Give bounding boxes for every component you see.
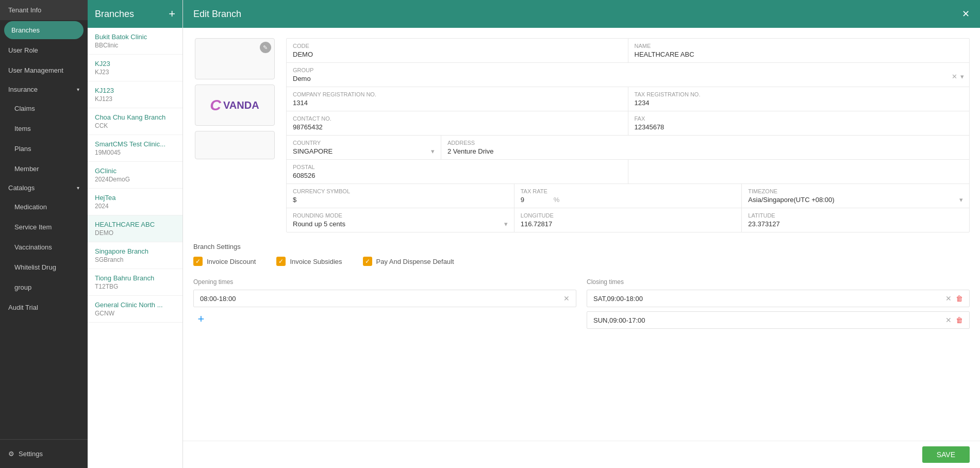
field-code: Code <box>287 39 628 62</box>
fax-input[interactable] <box>635 123 964 131</box>
sidebar-item-catalogs[interactable]: Catalogs ▾ <box>0 179 88 197</box>
closing-time-entry-0: SAT,09:00-18:00 ✕ 🗑 <box>587 290 970 307</box>
logo-upload-box[interactable]: ✎ <box>195 38 275 79</box>
country-value: SINGAPORE <box>293 147 333 155</box>
company-reg-input[interactable] <box>293 99 622 107</box>
branch-settings: Branch Settings ✓ Invoice Discount ✓ Inv… <box>193 243 970 266</box>
sidebar-item-user-management[interactable]: User Management <box>0 60 88 80</box>
code-input[interactable] <box>293 51 622 58</box>
branch-code: CCK <box>95 122 175 129</box>
form-row-code-name: Code Name <box>287 39 969 63</box>
tax-reg-input[interactable] <box>635 99 964 107</box>
sidebar-item-claims[interactable]: Claims <box>0 98 88 119</box>
times-section: Opening times 08:00-18:00 ✕ + Closing ti… <box>193 278 970 333</box>
contact-input[interactable] <box>293 123 622 131</box>
chevron-down-icon[interactable]: ▾ <box>959 196 963 204</box>
sidebar-item-label: group <box>14 283 31 291</box>
sidebar-item-tenant-info[interactable]: Tenant Info <box>0 0 88 20</box>
sidebar-item-label: Audit Trial <box>8 304 38 311</box>
branch-list-item[interactable]: KJ23KJ23 <box>88 55 182 81</box>
group-value: Demo <box>293 75 311 82</box>
field-fax: Fax <box>628 111 970 135</box>
delete-closing-time-0-icon[interactable]: 🗑 <box>956 294 963 303</box>
add-opening-time-button[interactable]: + <box>193 311 209 327</box>
clear-opening-time-icon[interactable]: ✕ <box>563 294 570 303</box>
branch-list-item[interactable]: KJ123KJ123 <box>88 81 182 108</box>
sidebar-item-member[interactable]: Member <box>0 159 88 179</box>
chevron-down-icon[interactable]: ▾ <box>960 73 964 80</box>
sidebar-item-label: Items <box>14 125 31 132</box>
form-row-group: Group Demo ✕ ▾ <box>287 63 969 87</box>
invoice-discount-checkbox[interactable]: ✓ <box>193 257 203 266</box>
setting-invoice-subsidies: ✓ Invoice Subsidies <box>276 257 342 266</box>
group-select-wrapper: Demo ✕ ▾ <box>293 75 963 82</box>
sidebar-item-medication[interactable]: Medication <box>0 197 88 217</box>
field-latitude: Latitude <box>742 208 969 232</box>
invoice-discount-label: Invoice Discount <box>207 258 256 265</box>
branch-code: 2024DemoG <box>95 176 175 183</box>
closing-times-col: Closing times SAT,09:00-18:00 ✕ 🗑 SUN,09… <box>587 278 970 333</box>
longitude-input[interactable] <box>521 220 736 228</box>
country-select-wrapper: SINGAPORE ▾ <box>293 147 435 155</box>
field-postal: POSTAL <box>287 160 628 183</box>
postal-input[interactable] <box>293 172 622 179</box>
logo-image-box[interactable]: C VANDA <box>195 85 275 126</box>
sidebar-item-label: Whitelist Drug <box>14 263 56 271</box>
clear-closing-time-1-icon[interactable]: ✕ <box>945 316 952 324</box>
address-input[interactable] <box>447 147 963 155</box>
sidebar-item-insurance[interactable]: Insurance ▾ <box>0 80 88 98</box>
branch-list-item[interactable]: General Clinic North ...GCNW <box>88 296 182 323</box>
branch-code: 19M0045 <box>95 149 175 156</box>
vanda-text: VANDA <box>223 99 259 111</box>
sidebar-item-plans[interactable]: Plans <box>0 139 88 159</box>
vanda-logo: C VANDA <box>210 96 259 114</box>
branch-list-item[interactable]: Bukit Batok ClinicBBClinic <box>88 28 182 55</box>
sidebar-item-whitelist-drug[interactable]: Whitelist Drug <box>0 257 88 277</box>
branch-list-item[interactable]: Singapore BranchSGBranch <box>88 242 182 269</box>
branch-name: GClinic <box>95 167 175 175</box>
branch-list-item[interactable]: Choa Chu Kang BranchCCK <box>88 108 182 135</box>
chevron-down-icon[interactable]: ▾ <box>431 147 435 155</box>
sidebar-item-settings[interactable]: ⚙ Settings <box>0 444 88 464</box>
branch-list-item[interactable]: Tiong Bahru BranchT12TBG <box>88 269 182 296</box>
branch-list-item[interactable]: SmartCMS Test Clinic...19M0045 <box>88 135 182 162</box>
branch-list-item[interactable]: GClinic2024DemoG <box>88 162 182 189</box>
pay-dispense-checkbox[interactable]: ✓ <box>363 257 372 266</box>
settings-label: Settings <box>19 450 43 458</box>
latitude-input[interactable] <box>748 220 963 228</box>
closing-times-title: Closing times <box>587 278 970 286</box>
clear-group-icon[interactable]: ✕ <box>952 73 957 80</box>
branch-name: HejTea <box>95 194 175 202</box>
clear-closing-time-0-icon[interactable]: ✕ <box>945 294 952 303</box>
sidebar-item-items[interactable]: Items <box>0 119 88 139</box>
branch-list-item[interactable]: HEALTHCARE ABCDEMO <box>88 215 182 242</box>
name-input[interactable] <box>635 51 964 58</box>
tax-rate-row: % <box>521 196 736 204</box>
field-longitude: Longitude <box>514 208 742 232</box>
save-button[interactable]: SAVE <box>922 446 970 463</box>
sidebar-item-branches[interactable]: Branches <box>4 21 84 39</box>
close-button[interactable]: ✕ <box>962 8 970 20</box>
sidebar-item-user-role[interactable]: User Role <box>0 40 88 60</box>
chevron-down-icon[interactable]: ▾ <box>504 220 508 228</box>
tax-rate-input[interactable] <box>521 196 552 204</box>
invoice-subsidies-label: Invoice Subsidies <box>290 258 342 265</box>
logo-blank-box[interactable] <box>195 131 275 159</box>
add-branch-button[interactable]: + <box>169 8 175 20</box>
edit-logo-icon[interactable]: ✎ <box>260 42 271 53</box>
times-columns: Opening times 08:00-18:00 ✕ + Closing ti… <box>193 278 970 333</box>
currency-input[interactable] <box>293 196 508 204</box>
sidebar-item-audit-trial[interactable]: Audit Trial <box>0 297 88 317</box>
sidebar-item-label: Medication <box>14 203 47 211</box>
sidebar: Tenant Info Branches User Role User Mana… <box>0 0 88 468</box>
sidebar-item-group[interactable]: group <box>0 277 88 297</box>
branches-panel: Branches + Bukit Batok ClinicBBClinicKJ2… <box>88 0 183 468</box>
branch-list-item[interactable]: HejTea2024 <box>88 189 182 215</box>
branch-name: General Clinic North ... <box>95 301 175 309</box>
delete-closing-time-1-icon[interactable]: 🗑 <box>956 316 963 324</box>
invoice-subsidies-checkbox[interactable]: ✓ <box>276 257 286 266</box>
sidebar-item-vaccinations[interactable]: Vaccinations <box>0 237 88 257</box>
branch-settings-title: Branch Settings <box>193 243 970 250</box>
sidebar-item-service-item[interactable]: Service Item <box>0 217 88 237</box>
setting-invoice-discount: ✓ Invoice Discount <box>193 257 256 266</box>
